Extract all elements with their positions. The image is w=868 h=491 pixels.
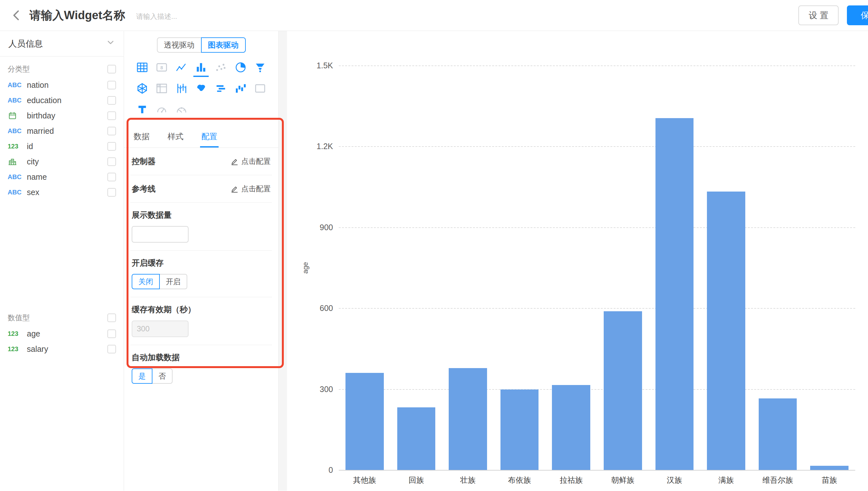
iframe-icon[interactable] — [252, 80, 268, 98]
display-count-input[interactable] — [132, 226, 189, 242]
wordcloud-chart-icon[interactable] — [213, 80, 228, 98]
panel-divider-gap — [279, 31, 287, 491]
cache-ttl-input[interactable] — [132, 320, 189, 337]
x-tick-label: 拉祜族 — [545, 475, 597, 485]
x-tick-label: 其他族 — [339, 475, 390, 485]
field-name: education — [27, 96, 61, 105]
field-list: 123age123salary — [0, 326, 124, 356]
x-axis-labels: 其他族回族壮族布依族拉祜族朝鲜族汉族满族维吾尔族苗族 — [339, 475, 855, 485]
panel-tabs-option-1[interactable]: 样式 — [166, 125, 185, 147]
autoload-block: 自动加载数据 是否 — [130, 345, 272, 392]
scatter-chart-icon[interactable] — [213, 59, 228, 77]
section-checkbox[interactable] — [107, 314, 116, 322]
funnel-chart-icon[interactable] — [252, 59, 268, 77]
x-tick-label: 汉族 — [649, 475, 701, 485]
field-row-name[interactable]: ABCname — [0, 169, 124, 184]
save-button[interactable]: 保 存 — [847, 5, 868, 25]
chevron-down-icon — [106, 38, 115, 50]
section-header: 分类型 — [0, 57, 124, 77]
autoload-toggle-option-0[interactable]: 是 — [132, 368, 153, 384]
field-list: ABCnationABCeducationbirthdayABCmarried1… — [0, 77, 124, 200]
field-row-married[interactable]: ABCmarried — [0, 123, 124, 139]
panel-tabs-option-0[interactable]: 数据 — [132, 125, 151, 147]
bar-壮族[interactable] — [449, 368, 487, 470]
bar-维吾尔族[interactable] — [759, 398, 797, 470]
field-row-age[interactable]: 123age — [0, 326, 124, 341]
gauge-chart-icon[interactable] — [154, 101, 169, 119]
field-checkbox[interactable] — [107, 157, 116, 166]
field-row-education[interactable]: ABCeducation — [0, 93, 124, 108]
bars-layer — [339, 65, 855, 470]
field-name: salary — [27, 344, 48, 354]
chart-preview-area: age 03006009001.2K1.5K 其他族回族壮族布依族拉祜族朝鲜族汉… — [287, 31, 868, 491]
mode-toggle-option-0[interactable]: 透视驱动 — [157, 37, 202, 53]
waterfall-chart-icon[interactable] — [233, 80, 248, 98]
field-checkbox[interactable] — [107, 81, 116, 89]
field-sidebar: 人员信息 分类型 ABCnationABCeducationbirthdayAB… — [0, 31, 124, 491]
controller-configure-link[interactable]: 点击配置 — [230, 156, 271, 166]
cache-toggle-option-1[interactable]: 开启 — [159, 274, 187, 289]
reference-line-row: 参考线 点击配置 — [130, 175, 272, 203]
field-checkbox[interactable] — [107, 329, 116, 338]
bar-苗族[interactable] — [810, 466, 848, 470]
pie-chart-icon[interactable] — [233, 59, 248, 77]
reference-line-configure-link[interactable]: 点击配置 — [230, 184, 271, 194]
parallel-chart-icon[interactable] — [174, 80, 189, 98]
back-button[interactable] — [7, 6, 26, 25]
dial-chart-icon[interactable] — [174, 101, 189, 119]
scorecard-icon[interactable]: 8 — [154, 59, 169, 77]
line-chart-icon[interactable] — [174, 59, 189, 77]
city-icon — [8, 157, 27, 166]
controller-label: 控制器 — [132, 156, 156, 167]
section-header: 数值型 — [0, 305, 124, 326]
field-checkbox[interactable] — [107, 173, 116, 181]
map-chart-icon[interactable] — [193, 80, 209, 98]
settings-button[interactable]: 设 置 — [798, 5, 839, 25]
mode-toggle-option-1[interactable]: 图表驱动 — [201, 37, 246, 53]
field-section-categorical: 分类型 ABCnationABCeducationbirthdayABCmarr… — [0, 57, 124, 200]
cache-toggle: 关闭开启 — [132, 274, 271, 289]
svg-text:8: 8 — [160, 65, 163, 70]
field-name: nation — [27, 81, 49, 90]
bar-chart-icon[interactable] — [193, 59, 209, 77]
bar-回族[interactable] — [397, 407, 436, 470]
field-checkbox[interactable] — [107, 345, 116, 353]
autoload-toggle-option-1[interactable]: 否 — [152, 368, 172, 384]
bar-其他族[interactable] — [346, 373, 384, 470]
bar-汉族[interactable] — [655, 118, 694, 470]
section-checkbox[interactable] — [107, 65, 116, 74]
widget-name-input[interactable]: 请输入Widget名称 — [29, 8, 125, 23]
field-row-salary[interactable]: 123salary — [0, 341, 124, 356]
bar-布依族[interactable] — [500, 389, 539, 470]
y-tick-label: 300 — [320, 384, 333, 394]
field-row-id[interactable]: 123id — [0, 139, 124, 154]
field-row-nation[interactable]: ABCnation — [0, 77, 124, 93]
field-checkbox[interactable] — [107, 111, 116, 120]
field-name: id — [27, 142, 33, 151]
widget-description-input[interactable]: 请输入描述... — [136, 9, 177, 21]
field-checkbox[interactable] — [107, 142, 116, 151]
field-row-sex[interactable]: ABCsex — [0, 184, 124, 200]
text-icon[interactable] — [135, 101, 150, 119]
bar-拉祜族[interactable] — [552, 385, 590, 470]
bar-cell-壮族 — [442, 65, 494, 470]
pivot-table-icon[interactable] — [154, 80, 169, 98]
cache-toggle-option-0[interactable]: 关闭 — [132, 274, 160, 289]
bar-朝鲜族[interactable] — [604, 311, 642, 470]
field-checkbox[interactable] — [107, 96, 116, 105]
field-checkbox[interactable] — [107, 188, 116, 197]
string-type-badge: ABC — [8, 173, 27, 181]
radar-chart-icon[interactable] — [135, 80, 150, 98]
table-icon[interactable] — [135, 59, 150, 77]
y-axis-title: age — [301, 262, 310, 273]
field-row-birthday[interactable]: birthday — [0, 108, 124, 123]
field-row-city[interactable]: city — [0, 154, 124, 169]
field-checkbox[interactable] — [107, 127, 116, 135]
view-name: 人员信息 — [8, 38, 43, 50]
bar-cell-汉族 — [649, 65, 701, 470]
field-name: age — [27, 329, 40, 338]
panel-tabs-option-2[interactable]: 配置 — [200, 125, 219, 147]
bar-满族[interactable] — [707, 192, 745, 470]
autoload-toggle: 是否 — [132, 368, 271, 384]
view-selector[interactable]: 人员信息 — [0, 31, 124, 57]
